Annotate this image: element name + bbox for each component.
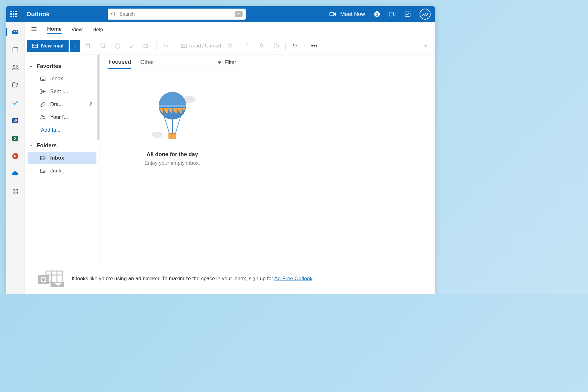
svg-rect-5 bbox=[390, 12, 393, 16]
footer-banner: It looks like you're using an ad blocker… bbox=[24, 263, 435, 294]
filter-button[interactable]: Filter bbox=[217, 59, 236, 66]
outlook-promo-icon bbox=[37, 270, 64, 288]
favorites-header[interactable]: Favorites bbox=[24, 61, 100, 72]
svg-text:W: W bbox=[13, 119, 17, 123]
meet-now-button[interactable]: Meet Now bbox=[329, 11, 365, 17]
svg-line-1 bbox=[114, 15, 115, 16]
new-mail-dropdown[interactable] bbox=[70, 40, 80, 52]
adfree-link[interactable]: Ad-Free Outlook bbox=[274, 276, 313, 281]
rail-word[interactable]: W bbox=[11, 116, 20, 125]
mail-icon bbox=[32, 43, 38, 49]
empty-subtitle: Enjoy your empty inbox. bbox=[145, 160, 200, 166]
rail-calendar[interactable] bbox=[11, 45, 20, 54]
rail-onedrive[interactable] bbox=[11, 170, 20, 178]
teams-icon[interactable] bbox=[389, 11, 396, 17]
inbox-icon bbox=[40, 155, 46, 161]
sent-icon bbox=[40, 89, 46, 95]
archive-button[interactable] bbox=[96, 40, 110, 52]
folder-nav: Favorites Inbox Sent I... Dra... bbox=[24, 55, 100, 263]
footer-text: It looks like you're using an ad blocker… bbox=[72, 276, 274, 281]
balloon-illustration bbox=[146, 89, 198, 145]
ribbon-tabs: Home View Help bbox=[24, 22, 435, 37]
report-button[interactable] bbox=[111, 40, 124, 52]
fav-group[interactable]: Your f... bbox=[28, 111, 96, 123]
svg-rect-56 bbox=[38, 275, 49, 284]
new-mail-button[interactable]: New mail bbox=[27, 40, 69, 52]
svg-rect-7 bbox=[405, 12, 410, 17]
svg-text:X: X bbox=[14, 137, 17, 140]
svg-rect-29 bbox=[100, 44, 105, 45]
rail-excel[interactable]: X bbox=[11, 134, 20, 143]
tab-help[interactable]: Help bbox=[92, 25, 103, 34]
search-box[interactable]: ••• bbox=[108, 9, 246, 20]
sweep-button[interactable] bbox=[126, 40, 139, 52]
video-icon bbox=[329, 11, 336, 17]
snooze-button[interactable] bbox=[270, 40, 283, 52]
tab-other[interactable]: Other bbox=[140, 56, 154, 69]
empty-state: All done for the day Enjoy your empty in… bbox=[100, 70, 245, 263]
rail-more-apps[interactable] bbox=[11, 187, 20, 196]
add-favorite-link[interactable]: Add fa... bbox=[24, 124, 100, 136]
svg-point-0 bbox=[111, 12, 115, 15]
search-badge: ••• bbox=[235, 11, 243, 17]
drafts-icon bbox=[40, 101, 46, 107]
tab-home[interactable]: Home bbox=[47, 25, 62, 34]
svg-rect-24 bbox=[16, 192, 17, 194]
rail-powerpoint[interactable]: P bbox=[11, 152, 20, 160]
search-input[interactable] bbox=[119, 11, 232, 17]
toolbar: New mail Read / Unread bbox=[24, 37, 435, 55]
svg-rect-21 bbox=[13, 190, 15, 191]
filter-icon bbox=[217, 60, 222, 65]
inbox-icon bbox=[40, 76, 46, 82]
fav-inbox[interactable]: Inbox bbox=[28, 73, 96, 85]
account-avatar[interactable]: AO bbox=[420, 9, 431, 20]
folder-junk[interactable]: Junk ... bbox=[28, 165, 96, 177]
collapse-ribbon[interactable] bbox=[419, 40, 432, 52]
junk-icon bbox=[40, 168, 46, 174]
message-list: Focused Other Filter bbox=[100, 55, 245, 263]
rail-people[interactable] bbox=[11, 63, 20, 72]
delete-button[interactable] bbox=[81, 40, 95, 52]
svg-text:S: S bbox=[376, 12, 379, 17]
tab-focused[interactable]: Focused bbox=[108, 56, 131, 69]
hamburger-icon[interactable] bbox=[31, 26, 37, 34]
nav-scrollbar[interactable] bbox=[97, 55, 100, 140]
flag-button[interactable] bbox=[240, 40, 254, 52]
folders-header[interactable]: Folders bbox=[24, 140, 100, 151]
app-title: Outlook bbox=[26, 11, 50, 18]
skype-icon[interactable]: S bbox=[374, 11, 380, 17]
svg-text:P: P bbox=[14, 154, 16, 158]
toolbar-more[interactable]: ••• bbox=[307, 42, 322, 49]
search-icon bbox=[111, 11, 116, 17]
fav-drafts[interactable]: Dra... 2 bbox=[28, 98, 96, 111]
rail-todo[interactable] bbox=[11, 99, 20, 107]
read-unread-button[interactable]: Read / Unread bbox=[178, 43, 224, 49]
people-icon bbox=[40, 114, 46, 120]
svg-rect-51 bbox=[168, 133, 176, 134]
app-rail: W X P bbox=[6, 22, 24, 294]
rail-files[interactable] bbox=[11, 81, 20, 89]
svg-point-44 bbox=[152, 132, 163, 138]
svg-rect-9 bbox=[13, 48, 18, 52]
svg-line-39 bbox=[44, 172, 45, 172]
todo-header-icon[interactable] bbox=[404, 11, 411, 17]
tab-view[interactable]: View bbox=[71, 25, 83, 34]
pin-button[interactable] bbox=[255, 40, 268, 52]
tag-button[interactable] bbox=[225, 40, 239, 52]
svg-rect-22 bbox=[16, 190, 17, 191]
svg-point-35 bbox=[43, 116, 45, 117]
move-button[interactable] bbox=[140, 40, 154, 52]
svg-point-31 bbox=[228, 44, 229, 45]
svg-rect-23 bbox=[13, 192, 15, 194]
envelope-icon bbox=[181, 43, 187, 49]
svg-point-34 bbox=[41, 115, 43, 117]
reply-button[interactable] bbox=[159, 40, 172, 52]
app-launcher-icon[interactable] bbox=[10, 11, 17, 17]
undo-button[interactable] bbox=[288, 40, 302, 52]
chevron-down-icon bbox=[29, 144, 33, 148]
rail-mail[interactable] bbox=[11, 28, 20, 36]
svg-rect-33 bbox=[41, 77, 45, 81]
folder-inbox[interactable]: Inbox bbox=[28, 152, 96, 164]
fav-sent[interactable]: Sent I... bbox=[28, 85, 96, 98]
svg-rect-46 bbox=[159, 105, 186, 107]
